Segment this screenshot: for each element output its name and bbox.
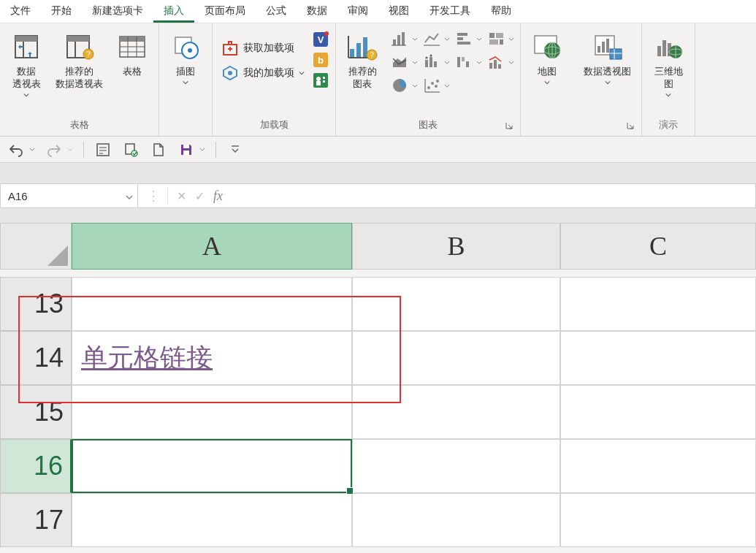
svg-rect-63	[498, 64, 501, 69]
chevron-down-icon	[183, 80, 188, 85]
line-chart-button[interactable]	[424, 28, 450, 50]
row-header-13[interactable]: 13	[0, 277, 72, 331]
menu-view[interactable]: 视图	[378, 0, 419, 23]
select-all-corner[interactable]	[0, 223, 72, 270]
dialog-launcher-icon[interactable]	[504, 121, 514, 131]
chevron-down-icon	[299, 70, 305, 76]
cell-b17[interactable]	[352, 493, 560, 547]
column-header-c[interactable]: C	[560, 223, 756, 270]
cell-a16[interactable]	[72, 439, 352, 493]
cell-a15[interactable]	[72, 385, 352, 439]
cell-c16[interactable]	[560, 439, 756, 493]
row-header-16[interactable]: 16	[0, 439, 72, 493]
stat-chart-button[interactable]	[424, 51, 450, 73]
get-addins-button[interactable]: 获取加载项	[218, 38, 308, 58]
column-header-a[interactable]: A	[72, 223, 352, 270]
save-button[interactable]	[177, 141, 195, 159]
recommended-pivot-button[interactable]: ? 推荐的 数据透视表	[51, 28, 107, 94]
svg-rect-1	[15, 36, 37, 42]
menu-insert[interactable]: 插入	[153, 0, 194, 23]
map-button[interactable]: 地图	[527, 28, 568, 88]
svg-rect-42	[402, 32, 405, 45]
cell-c13[interactable]	[560, 277, 756, 331]
store-icon	[221, 39, 239, 57]
cell-c14[interactable]	[560, 331, 756, 385]
cell-b16[interactable]	[352, 439, 560, 493]
row-header-15[interactable]: 15	[0, 385, 72, 439]
accept-formula-button[interactable]: ✓	[195, 189, 205, 203]
combo-chart-button[interactable]	[488, 51, 514, 73]
bar-chart-button[interactable]	[456, 28, 482, 50]
chevron-down-icon[interactable]	[126, 189, 133, 202]
svg-rect-95	[183, 145, 189, 148]
menu-home[interactable]: 开始	[41, 0, 82, 23]
svg-rect-41	[397, 35, 400, 45]
new-file-button[interactable]	[150, 141, 167, 159]
pivot-chart-button[interactable]: 数据透视图	[579, 28, 635, 88]
3d-map-button[interactable]: 三维地 图	[648, 28, 689, 101]
svg-rect-31	[323, 77, 325, 79]
fx-button[interactable]: fx	[213, 188, 223, 204]
undo-button[interactable]	[7, 141, 25, 159]
people-graph-icon[interactable]	[312, 72, 329, 89]
ribbon-group-pivotchart: 数据透视图	[573, 23, 642, 136]
column-chart-button[interactable]	[392, 28, 418, 50]
menu-devtools[interactable]: 开发工具	[419, 0, 481, 23]
cell-c15[interactable]	[560, 385, 756, 439]
svg-rect-84	[663, 40, 666, 56]
recommended-charts-button[interactable]: ? 推荐的 图表	[342, 28, 383, 94]
scatter-chart-button[interactable]	[424, 75, 450, 96]
cell-b14[interactable]	[352, 331, 560, 385]
cell-c17[interactable]	[560, 493, 756, 547]
column-header-b[interactable]: B	[352, 223, 560, 270]
customize-qat-button[interactable]	[226, 141, 244, 159]
cancel-formula-button[interactable]: ✕	[177, 189, 186, 203]
cell-a17[interactable]	[72, 493, 352, 547]
name-box-input[interactable]	[1, 190, 137, 202]
hyperlink[interactable]: 单元格链接	[81, 340, 213, 376]
svg-rect-55	[434, 61, 437, 67]
table-button[interactable]: 表格	[112, 28, 153, 81]
menu-pagelayout[interactable]: 页面布局	[194, 0, 256, 23]
dialog-launcher-icon[interactable]	[625, 121, 635, 131]
menu-help[interactable]: 帮助	[481, 0, 522, 23]
menu-file[interactable]: 文件	[0, 0, 41, 23]
cell-a14[interactable]: 单元格链接	[72, 331, 352, 385]
chevron-down-icon	[544, 80, 550, 85]
chevron-down-icon[interactable]	[67, 148, 73, 151]
form-button[interactable]	[94, 141, 112, 159]
svg-rect-62	[494, 60, 497, 69]
svg-rect-32	[323, 80, 325, 83]
print-preview-button[interactable]	[122, 141, 140, 159]
menu-formulas[interactable]: 公式	[256, 0, 297, 23]
area-chart-button[interactable]	[392, 51, 418, 73]
menu-data[interactable]: 数据	[297, 0, 337, 23]
recommended-pivot-icon: ?	[64, 31, 96, 63]
row-header-17[interactable]: 17	[0, 493, 72, 547]
menu-newtab[interactable]: 新建选项卡	[82, 0, 153, 23]
waterfall-chart-button[interactable]	[456, 51, 482, 73]
cell-a13[interactable]	[72, 277, 352, 331]
name-box[interactable]	[1, 184, 138, 207]
svg-rect-79	[606, 39, 609, 53]
cell-b13[interactable]	[352, 277, 560, 331]
svg-rect-48	[489, 33, 495, 38]
row-header-14[interactable]: 14	[0, 331, 72, 385]
pie-chart-button[interactable]	[392, 75, 418, 96]
redo-button[interactable]	[45, 141, 63, 159]
my-addins-button[interactable]: 我的加载项	[218, 63, 308, 83]
svg-point-29	[316, 77, 321, 81]
cell-b15[interactable]	[352, 385, 560, 439]
ribbon-group-addins: 获取加载项 我的加载项 V b 加载项	[213, 23, 336, 136]
illustrations-icon	[169, 31, 202, 63]
bing-icon[interactable]: b	[312, 51, 329, 69]
visio-icon[interactable]: V	[312, 31, 329, 48]
menu-review[interactable]: 审阅	[337, 0, 378, 23]
illustrations-button[interactable]: 插图	[165, 28, 206, 88]
hierarchy-chart-button[interactable]	[488, 28, 514, 50]
chevron-down-icon[interactable]	[199, 148, 205, 151]
formula-input[interactable]	[232, 190, 755, 202]
pivot-table-button[interactable]: 数据 透视表	[6, 28, 47, 101]
chevron-down-icon	[665, 92, 671, 98]
chevron-down-icon[interactable]	[29, 148, 35, 151]
